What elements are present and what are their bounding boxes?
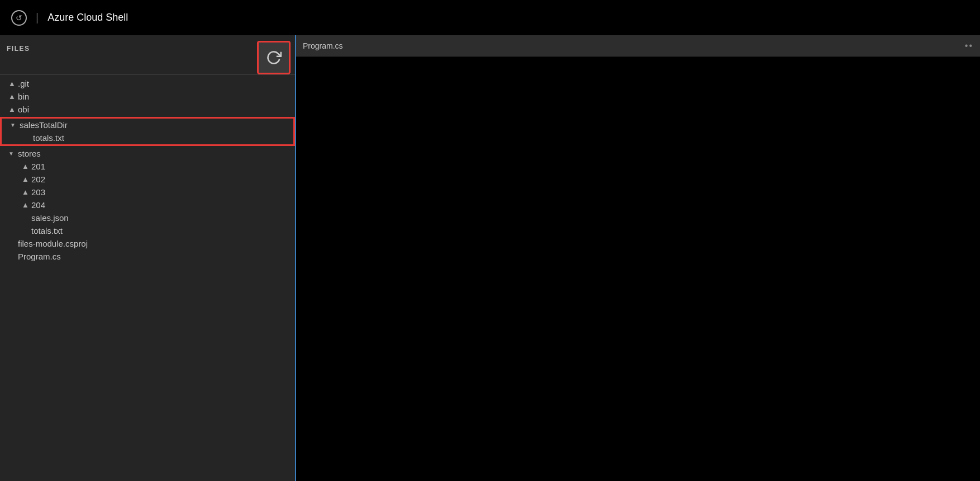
file-label: totals.txt: [31, 226, 63, 235]
chevron-right-icon: ▶: [20, 188, 29, 197]
file-label: files-module.csproj: [18, 239, 88, 248]
file-label: stores: [18, 149, 41, 158]
title-separator: |: [36, 11, 39, 24]
file-label: 203: [31, 187, 45, 197]
refresh-button[interactable]: [257, 41, 291, 74]
chevron-right-icon: ▶: [20, 201, 29, 210]
file-label: sales.json: [31, 213, 69, 223]
file-label: 204: [31, 200, 45, 210]
tab-label: Program.cs: [303, 41, 343, 50]
file-label: .git: [18, 79, 29, 88]
file-label: salesTotalDir: [20, 120, 68, 130]
chevron-down-icon: ▼: [8, 121, 17, 130]
list-item[interactable]: ▶ 201: [0, 160, 295, 173]
more-options-icon[interactable]: ••: [965, 41, 973, 51]
file-label: 201: [31, 162, 45, 171]
list-item[interactable]: ▶ bin: [0, 90, 295, 103]
chevron-down-icon: ▼: [7, 149, 16, 158]
list-item[interactable]: ▼ salesTotalDir: [2, 119, 293, 131]
file-label: obi: [18, 105, 29, 114]
file-label: 202: [31, 175, 45, 184]
files-header: FILES: [7, 45, 30, 53]
file-label: bin: [18, 92, 29, 101]
list-item[interactable]: ▶ 202: [0, 173, 295, 186]
chevron-right-icon: ▶: [7, 105, 16, 114]
editor-tab[interactable]: Program.cs: [303, 41, 343, 50]
editor-area: Program.cs ••: [296, 35, 980, 481]
editor-tab-bar: Program.cs ••: [296, 35, 980, 56]
list-item[interactable]: ▶ totals.txt: [0, 224, 295, 237]
chevron-right-icon: ▶: [20, 175, 29, 184]
list-item[interactable]: ▼ stores: [0, 147, 295, 160]
list-item[interactable]: ▶ .git: [0, 77, 295, 90]
list-item[interactable]: ▶ Program.cs: [0, 250, 295, 263]
sidebar-top-area: FILES: [0, 35, 295, 75]
title-bar: ↺ | Azure Cloud Shell: [0, 0, 980, 35]
sidebar-label-area: FILES: [0, 35, 253, 58]
sidebar: FILES ▶ .git ▶ bin: [0, 35, 296, 481]
highlighted-section: ▼ salesTotalDir ▶ totals.txt: [0, 117, 295, 146]
file-tree: ▶ .git ▶ bin ▶ obi ▼ salesTotalDir ▶: [0, 75, 295, 481]
editor-content: [296, 56, 980, 481]
chevron-right-icon: ▶: [7, 79, 16, 88]
list-item[interactable]: ▶ files-module.csproj: [0, 237, 295, 250]
list-item[interactable]: ▶ sales.json: [0, 211, 295, 224]
list-item[interactable]: ▶ 204: [0, 199, 295, 211]
list-item[interactable]: ▶ totals.txt: [2, 131, 293, 144]
refresh-area: [253, 35, 295, 74]
main-content: FILES ▶ .git ▶ bin: [0, 35, 980, 481]
list-item[interactable]: ▶ obi: [0, 103, 295, 116]
list-item[interactable]: ▶ 203: [0, 186, 295, 199]
shell-icon: ↺: [11, 10, 27, 26]
chevron-right-icon: ▶: [20, 162, 29, 171]
chevron-right-icon: ▶: [7, 92, 16, 101]
file-label: Program.cs: [18, 252, 61, 261]
app-title: Azure Cloud Shell: [47, 12, 128, 23]
file-label: totals.txt: [33, 133, 64, 143]
